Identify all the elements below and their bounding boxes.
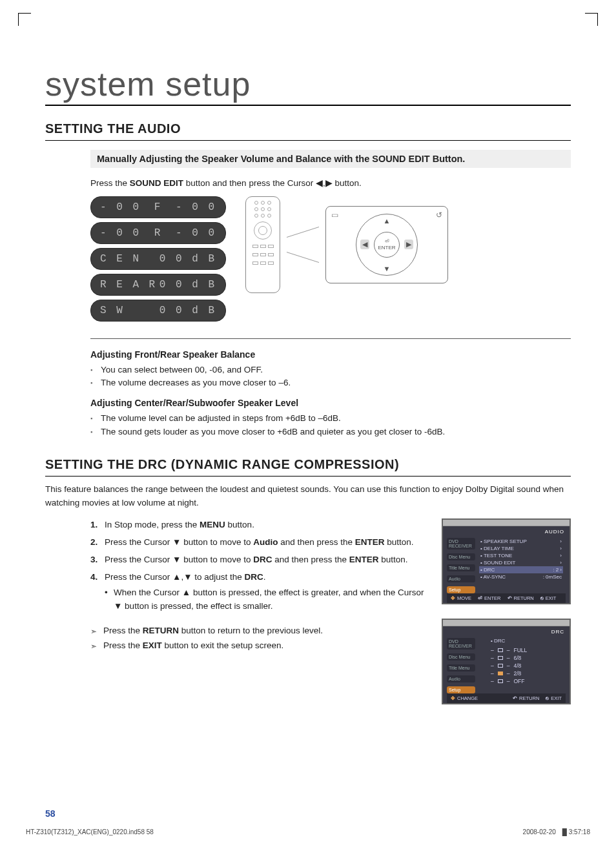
osd-option: ––6/8 — [491, 654, 563, 662]
osd-foot-label: EXIT — [551, 695, 562, 701]
button-name: EXIT — [143, 641, 162, 650]
osd-option: ––FULL — [491, 646, 563, 654]
osd-nav-item: DVD RECEIVER — [447, 638, 475, 650]
steps-column: In Stop mode, press the MENU button. Pre… — [90, 518, 425, 653]
footer-filename: HT-Z310(TZ312)_XAC(ENG)_0220.ind58 58 — [26, 828, 154, 836]
osd-option-label: 4/8 — [513, 662, 521, 669]
section-heading-audio: SETTING THE AUDIO — [45, 121, 571, 141]
osd-menu: • SPEAKER SETUP› • DELAY TIME› • TEST TO… — [478, 530, 566, 593]
osd-value: › — [560, 546, 562, 551]
chapter-title: system setup — [45, 65, 571, 106]
subsection-band: Manually Adjusting the Speaker Volume an… — [90, 150, 571, 168]
osd-nav-item: Title Menu — [447, 664, 475, 672]
crop-mark-icon — [18, 13, 31, 26]
osd-foot-label: MOVE — [457, 595, 471, 601]
text: and then press the — [278, 537, 354, 547]
text: button and then press the Cursor ◀,▶ but… — [183, 178, 362, 188]
osd-header: DRC — [551, 629, 564, 635]
osd-nav-item: Title Menu — [447, 564, 475, 571]
list-item: The volume level can be adjusted in step… — [90, 412, 571, 425]
lcd-mid: F — [141, 201, 176, 213]
lcd-left: - 0 0 — [100, 201, 141, 213]
lcd-right: 0 0 d B — [159, 253, 216, 265]
arrow-left-icon: ◀ — [360, 240, 369, 249]
osd-label: DELAY TIME — [484, 546, 514, 551]
lcd-mid: R — [141, 227, 176, 239]
osd-option-label: OFF — [513, 678, 524, 684]
osd-nav-item: Disc Menu — [447, 553, 475, 560]
remote-dpad-icon — [254, 221, 272, 240]
osd-value: › — [560, 538, 562, 544]
lcd-row: - 0 0 F - 0 0 — [90, 196, 226, 218]
enter-button-icon: ⏎ ENTER — [374, 232, 400, 258]
list-item: Press the Cursor ▼ button to move to DRC… — [90, 553, 425, 567]
osd-screenshot-column: AUDIO DVD RECEIVER Disc Menu Title Menu … — [442, 518, 571, 704]
subheading: Adjusting Center/Rear/Subwoofer Speaker … — [90, 398, 571, 408]
osd-label: SOUND EDIT — [484, 560, 515, 566]
text: Press the — [103, 626, 143, 635]
osd-option-label: 2/8 — [513, 670, 521, 677]
osd-row: • SPEAKER SETUP› — [479, 538, 563, 545]
arrow-down-icon: ▼ — [384, 265, 391, 272]
text: button. — [385, 537, 414, 547]
osd-footer: ✥CHANGE ↶RETURN ⎋EXIT — [447, 693, 566, 703]
osd-foot-label: RETURN — [514, 595, 534, 601]
osd-nav-item: Disc Menu — [447, 653, 475, 661]
button-name: MENU — [200, 520, 225, 529]
osd-audio-menu: AUDIO DVD RECEIVER Disc Menu Title Menu … — [442, 518, 571, 604]
print-footer: HT-Z310(TZ312)_XAC(ENG)_0220.ind58 58 20… — [26, 828, 590, 836]
list-item: Press the Cursor ▲,▼ to adjust the DRC. … — [90, 571, 425, 614]
lcd-left: - 0 0 — [100, 227, 141, 239]
arrow-right-icon: ▶ — [404, 240, 413, 249]
text: Press the Cursor ▼ button to move to — [105, 537, 253, 547]
osd-value: : 2 › — [553, 567, 562, 573]
list-item: Press the EXIT button to exit the setup … — [90, 639, 425, 653]
text: Press the — [90, 178, 130, 188]
list-item: The sound gets louder as you move closer… — [90, 425, 571, 439]
lcd-display-stack: - 0 0 F - 0 0 - 0 0 R - 0 0 C E N 0 0 d … — [90, 196, 226, 322]
enter-label: ENTER — [378, 245, 395, 251]
button-name: ENTER — [355, 537, 385, 547]
lcd-right: 0 0 d B — [159, 279, 216, 291]
divider — [90, 338, 571, 339]
osd-nav-item: Setup — [447, 686, 475, 693]
osd-nav-item: Setup — [447, 586, 475, 593]
osd-value: › — [560, 553, 562, 559]
text: button. — [379, 555, 408, 564]
lcd-row: R E A R 0 0 d B — [90, 274, 226, 296]
osd-option-selected: ––2/8 — [491, 670, 563, 677]
osd-row: • AV-SYNC: 0mSec — [479, 573, 563, 580]
osd-nav: DVD RECEIVER Disc Menu Title Menu Audio … — [447, 530, 475, 593]
return-icon: ↺ — [436, 210, 442, 220]
osd-menu: • DRC ––FULL ––6/8 ––4/8 ––2/8 ––OFF — [478, 630, 566, 693]
osd-value: : 0mSec — [543, 574, 562, 580]
bullet-list: You can select between 00, -06, and OFF.… — [90, 364, 571, 391]
button-name: ENTER — [349, 555, 379, 564]
text: Press the Cursor ▲,▼ to adjust the — [105, 572, 245, 582]
osd-foot-label: ENTER — [484, 595, 500, 601]
text: button. — [225, 520, 254, 529]
enter-glyph-icon: ⏎ — [385, 238, 389, 244]
osd-nav-item: Audio — [447, 675, 475, 682]
osd-nav-item: DVD RECEIVER — [447, 538, 475, 549]
osd-nav: DVD RECEIVER Disc Menu Title Menu Audio … — [447, 630, 475, 693]
lcd-right: - 0 0 — [176, 227, 216, 239]
list-item: You can select between 00, -06, and OFF. — [90, 364, 571, 377]
crop-mark-icon — [585, 13, 598, 26]
button-name: DRC — [253, 555, 272, 564]
bullet-list: The volume level can be adjusted in step… — [90, 412, 571, 439]
remote-icon — [245, 196, 280, 293]
osd-label: TEST TONE — [484, 553, 512, 559]
lcd-left: R E A R — [100, 279, 157, 291]
then-list: Press the RETURN button to return to the… — [90, 624, 425, 653]
list-item: The volume decreases as you move closer … — [90, 376, 571, 390]
osd-row: • TEST TONE› — [479, 552, 563, 559]
osd-option-label: FULL — [513, 647, 527, 653]
osd-row-selected: • DRC: 2 › — [479, 566, 563, 573]
lcd-right: 0 0 d B — [159, 305, 216, 316]
dpad-ring-icon: ▲ ▼ ◀ ▶ ⏎ ENTER — [356, 214, 418, 276]
instruction-text: Press the SOUND EDIT button and then pre… — [90, 177, 571, 190]
list-item: In Stop mode, press the MENU button. — [90, 518, 425, 532]
footer-date: 2008-02-20 — [523, 828, 556, 836]
section-heading-drc: SETTING THE DRC (DYNAMIC RANGE COMPRESSI… — [45, 457, 571, 477]
